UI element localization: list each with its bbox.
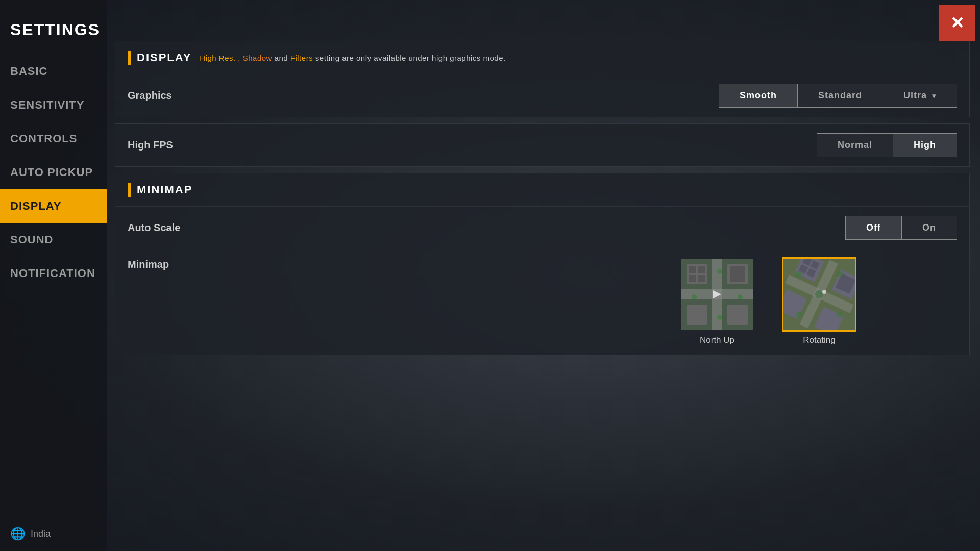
- minimap-options: North Up: [681, 259, 855, 345]
- minimap-section-title: MINIMAP: [137, 183, 192, 196]
- display-section-subtitle: High Res. , Shadow and Filters setting a…: [200, 54, 505, 62]
- svg-rect-7: [698, 275, 705, 282]
- subtitle-high-res: High Res. ,: [200, 54, 240, 62]
- svg-rect-6: [689, 275, 696, 282]
- globe-icon: 🌐: [10, 527, 26, 541]
- fps-normal-btn[interactable]: Normal: [817, 134, 893, 157]
- fps-high-btn[interactable]: High: [893, 134, 957, 157]
- minimap-section-panel: MINIMAP Auto Scale Off On Minimap: [115, 173, 970, 355]
- auto-scale-on-btn[interactable]: On: [902, 216, 957, 239]
- subtitle-shadow: Shadow: [243, 54, 272, 62]
- svg-rect-10: [687, 305, 707, 325]
- subtitle-and: and: [275, 54, 288, 62]
- svg-rect-4: [689, 266, 696, 273]
- auto-scale-off-btn[interactable]: Off: [846, 216, 902, 239]
- minimap-rotating-option[interactable]: Rotating: [783, 259, 855, 345]
- high-fps-toggle-group: Normal High: [817, 133, 957, 157]
- graphics-ultra-btn[interactable]: Ultra ▾: [883, 84, 957, 107]
- sidebar-item-notification[interactable]: NOTIFICATION: [0, 257, 107, 290]
- region-label: India: [31, 529, 51, 539]
- svg-point-15: [717, 269, 722, 274]
- sidebar-item-display[interactable]: DISPLAY: [0, 189, 107, 223]
- graphics-toggle-group: Smooth Standard Ultra ▾: [719, 84, 957, 108]
- subtitle-filters: Filters: [290, 54, 313, 62]
- svg-point-30: [796, 271, 802, 277]
- minimap-row: Minimap: [115, 249, 969, 355]
- display-section-panel: DISPLAY High Res. , Shadow and Filters s…: [115, 41, 970, 117]
- minimap-north-up-thumbnail: [681, 259, 753, 330]
- graphics-row: Graphics Smooth Standard Ultra ▾: [115, 74, 969, 117]
- main-content: DISPLAY High Res. , Shadow and Filters s…: [115, 41, 970, 541]
- svg-point-14: [738, 294, 743, 299]
- svg-rect-5: [698, 266, 705, 273]
- svg-rect-11: [727, 305, 748, 325]
- minimap-rotating-thumbnail: [783, 259, 855, 330]
- svg-point-16: [717, 315, 722, 320]
- svg-rect-9: [730, 266, 745, 282]
- minimap-label: Minimap: [128, 259, 681, 270]
- close-button[interactable]: [939, 5, 975, 41]
- svg-point-31: [837, 271, 843, 277]
- auto-scale-label: Auto Scale: [128, 222, 845, 234]
- auto-scale-toggle-group: Off On: [845, 216, 957, 240]
- display-accent-bar: [128, 51, 131, 65]
- subtitle-suffix: setting are only available under high gr…: [315, 54, 506, 62]
- graphics-standard-btn[interactable]: Standard: [798, 84, 883, 107]
- sidebar-item-sensitivity[interactable]: SENSITIVITY: [0, 88, 107, 122]
- minimap-section-header: MINIMAP: [115, 173, 969, 207]
- minimap-north-up-option[interactable]: North Up: [681, 259, 753, 345]
- auto-scale-row: Auto Scale Off On: [115, 207, 969, 249]
- svg-point-32: [796, 312, 802, 318]
- high-fps-section-panel: High FPS Normal High: [115, 123, 970, 167]
- sidebar-item-basic[interactable]: BASIC: [0, 55, 107, 88]
- svg-point-33: [837, 312, 843, 318]
- app-title: SETTINGS: [0, 10, 107, 55]
- sidebar-item-auto-pickup[interactable]: AUTO PICKUP: [0, 156, 107, 189]
- display-section-header: DISPLAY High Res. , Shadow and Filters s…: [115, 41, 969, 74]
- graphics-label: Graphics: [128, 90, 719, 102]
- svg-point-34: [822, 290, 826, 294]
- display-section-title: DISPLAY: [137, 51, 191, 64]
- region-section: 🌐 India: [0, 516, 107, 551]
- graphics-smooth-btn[interactable]: Smooth: [719, 84, 798, 107]
- svg-point-13: [692, 294, 697, 299]
- high-fps-row: High FPS Normal High: [115, 124, 969, 166]
- sidebar: SETTINGS BASIC SENSITIVITY CONTROLS AUTO…: [0, 0, 107, 551]
- high-fps-label: High FPS: [128, 139, 817, 151]
- minimap-accent-bar: [128, 183, 131, 197]
- minimap-north-up-label: North Up: [700, 335, 734, 345]
- sidebar-item-controls[interactable]: CONTROLS: [0, 122, 107, 156]
- ultra-dropdown-arrow: ▾: [932, 92, 936, 100]
- sidebar-item-sound[interactable]: SOUND: [0, 223, 107, 257]
- minimap-rotating-label: Rotating: [803, 335, 835, 345]
- svg-point-29: [815, 290, 823, 298]
